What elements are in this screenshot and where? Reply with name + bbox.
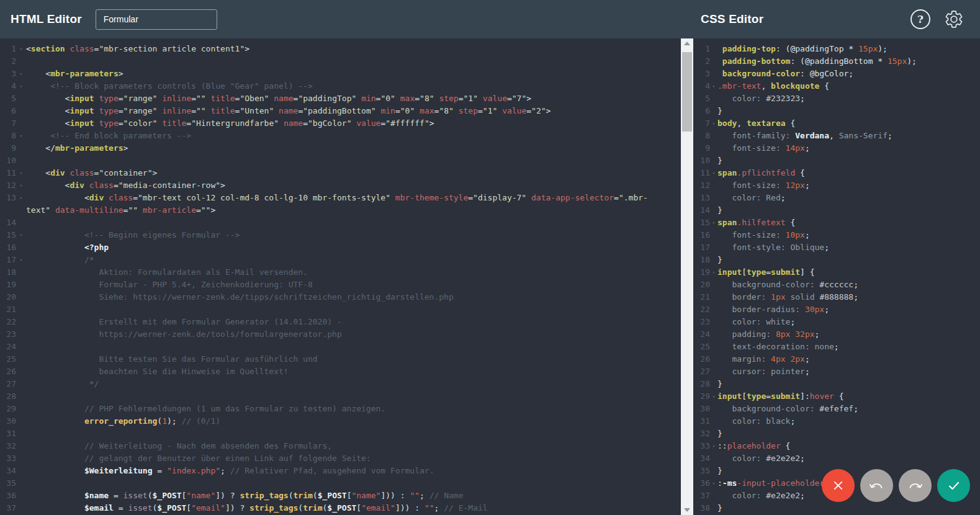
code-line[interactable]: 6 <input type="range" inline="" title="U…: [0, 105, 685, 117]
code-line[interactable]: 33 // gelangt der Benutzer über einen Li…: [0, 452, 685, 465]
code-line[interactable]: 1 padding-top: (@paddingTop * 15px);: [693, 43, 980, 55]
code-line[interactable]: 32 // Weiterleitung - Nach dem absenden …: [0, 440, 685, 452]
code-line[interactable]: 14: [0, 217, 685, 229]
gear-icon[interactable]: [944, 9, 964, 29]
code-line[interactable]: 29 // PHP Fehlermeldungen (1 um das Form…: [0, 403, 685, 415]
code-line[interactable]: 36 $name = isset($_POST["name"]) ? strip…: [0, 490, 685, 502]
code-line[interactable]: 13▾ <div class="mbr-text col-12 col-md-8…: [0, 192, 685, 204]
code-line[interactable]: text" data-multiline="" mbr-article="">: [0, 204, 685, 217]
code-line[interactable]: 19 Formular - PHP 5.4+, Zeichenkodierung…: [0, 279, 685, 291]
code-line[interactable]: 15▾ <!-- Beginn eigenes Formular -->: [0, 229, 685, 241]
fold-arrow-icon[interactable]: ▾: [16, 179, 26, 192]
fold-arrow-icon[interactable]: ▾: [710, 80, 717, 92]
code-line[interactable]: 24: [0, 341, 685, 353]
code-line[interactable]: 20 Siehe: https://werner-zenk.de/tipps/s…: [0, 291, 685, 303]
fold-arrow-icon[interactable]: ▾: [16, 254, 26, 266]
scrollbar-thumb[interactable]: [682, 52, 692, 132]
code-line[interactable]: 17▾ /*: [0, 254, 685, 266]
code-line[interactable]: 10: [0, 154, 685, 167]
code-line[interactable]: 12 font-size: 12px;: [693, 179, 980, 192]
fold-arrow-icon[interactable]: ▾: [710, 477, 717, 490]
code-line[interactable]: 28: [0, 390, 685, 403]
code-line[interactable]: 6}: [693, 105, 980, 117]
code-line[interactable]: 2: [0, 55, 685, 68]
scroll-up-icon[interactable]: [681, 38, 693, 48]
css-code-area[interactable]: 1 padding-top: (@paddingTop * 15px);2 pa…: [685, 38, 980, 515]
code-line[interactable]: 19▾input[type=submit] {: [693, 266, 980, 279]
code-line[interactable]: 29▾input[type=submit]:hover {: [693, 390, 980, 403]
code-line[interactable]: 16 font-size: 10px;: [693, 229, 980, 241]
code-line[interactable]: 31: [0, 428, 685, 440]
html-code-area[interactable]: 1▾<section class="mbr-section article co…: [0, 38, 685, 515]
code-line[interactable]: 14}: [693, 204, 980, 217]
code-line[interactable]: 23 https://werner-zenk.de/tools/formular…: [0, 328, 685, 341]
code-line[interactable]: 7▾body, textarea {: [693, 117, 980, 130]
code-line[interactable]: 25 Bitte testen Sie das Formular ausführ…: [0, 353, 685, 365]
code-line[interactable]: 32}: [693, 428, 980, 440]
fold-arrow-icon[interactable]: ▾: [710, 217, 717, 229]
code-line[interactable]: 38}: [693, 502, 980, 514]
code-line[interactable]: 33▾::placeholder {: [693, 440, 980, 452]
code-line[interactable]: 31 color: black;: [693, 415, 980, 428]
code-line[interactable]: 22 border-radius: 30px;: [693, 303, 980, 316]
code-line[interactable]: 20 background-color: #cccccc;: [693, 279, 980, 291]
discard-button[interactable]: [822, 469, 855, 502]
code-line[interactable]: 5 color: #232323;: [693, 92, 980, 105]
code-line[interactable]: 5 <input type="range" inline="" title="O…: [0, 92, 685, 105]
code-line[interactable]: 30 error_reporting(1); // (0/1): [0, 415, 685, 428]
code-line[interactable]: 2 padding-bottom: (@paddingBottom * 15px…: [693, 55, 980, 68]
code-line[interactable]: 3▾ <mbr-parameters>: [0, 68, 685, 80]
block-name-input[interactable]: [96, 9, 217, 30]
fold-arrow-icon[interactable]: ▾: [710, 440, 717, 452]
code-line[interactable]: 15▾span.hilfetext {: [693, 217, 980, 229]
code-line[interactable]: 17 font-style: Oblique;: [693, 241, 980, 254]
code-line[interactable]: 25 text-decoration: none;: [693, 341, 980, 353]
html-editor-scrollbar[interactable]: [681, 38, 693, 515]
fold-arrow-icon[interactable]: ▾: [16, 167, 26, 179]
code-line[interactable]: 1▾<section class="mbr-section article co…: [0, 43, 685, 55]
fold-arrow-icon[interactable]: ▾: [16, 130, 26, 142]
code-line[interactable]: 28}: [693, 378, 980, 390]
fold-arrow-icon[interactable]: ▾: [16, 68, 26, 80]
code-line[interactable]: 4▾.mbr-text, blockquote {: [693, 80, 980, 92]
undo-button[interactable]: [860, 469, 893, 502]
code-line[interactable]: 27 cursor: pointer;: [693, 365, 980, 378]
confirm-button[interactable]: [937, 469, 970, 502]
code-line[interactable]: 24 padding: 8px 32px;: [693, 328, 980, 341]
code-line[interactable]: 27 */: [0, 378, 685, 390]
fold-arrow-icon[interactable]: ▾: [710, 117, 717, 130]
code-line[interactable]: 16 <?php: [0, 241, 685, 254]
code-line[interactable]: 37 $email = isset($_POST["email"]) ? str…: [0, 502, 685, 514]
fold-arrow-icon[interactable]: ▾: [16, 192, 26, 204]
fold-arrow-icon[interactable]: ▾: [16, 43, 26, 55]
code-line[interactable]: 10}: [693, 154, 980, 167]
code-line[interactable]: 3 background-color: @bgColor;: [693, 68, 980, 80]
fold-arrow-icon[interactable]: ▾: [710, 167, 717, 179]
code-line[interactable]: 22 Erstellt mit dem Formular Generator (…: [0, 316, 685, 328]
code-line[interactable]: 21: [0, 303, 685, 316]
code-line[interactable]: 11▾ <div class="container">: [0, 167, 685, 179]
code-line[interactable]: 26 beachten Sie die Hinweise im Quelltex…: [0, 365, 685, 378]
fold-arrow-icon[interactable]: ▾: [710, 266, 717, 279]
fold-arrow-icon[interactable]: ▾: [16, 80, 26, 92]
code-line[interactable]: 13 color: Red;: [693, 192, 980, 204]
code-line[interactable]: 8 font-family: Verdana, Sans-Serif;: [693, 130, 980, 142]
help-icon[interactable]: ?: [910, 9, 930, 29]
code-line[interactable]: 26 margin: 4px 2px;: [693, 353, 980, 365]
code-line[interactable]: 9 font-size: 14px;: [693, 142, 980, 154]
code-line[interactable]: 7 <input type="color" title="Hintergrund…: [0, 117, 685, 130]
code-line[interactable]: 18 Aktion: Formulardaten als E-Mail vers…: [0, 266, 685, 279]
code-line[interactable]: 11▾span.pflichtfeld {: [693, 167, 980, 179]
code-line[interactable]: 23 color: white;: [693, 316, 980, 328]
code-line[interactable]: 35: [0, 477, 685, 490]
redo-button[interactable]: [899, 469, 932, 502]
code-line[interactable]: 34 color: #e2e2e2;: [693, 452, 980, 465]
code-line[interactable]: 12▾ <div class="media-container-row">: [0, 179, 685, 192]
code-line[interactable]: 8▾ <!-- End block parameters -->: [0, 130, 685, 142]
code-line[interactable]: 18}: [693, 254, 980, 266]
code-line[interactable]: 4▾ <!-- Block parameters controls (Blue …: [0, 80, 685, 92]
fold-arrow-icon[interactable]: ▾: [16, 229, 26, 241]
code-line[interactable]: 30 background-color: #efefef;: [693, 403, 980, 415]
code-line[interactable]: 34 $Weiterleitung = "index.php"; // Rela…: [0, 465, 685, 477]
scroll-down-icon[interactable]: [681, 505, 693, 515]
